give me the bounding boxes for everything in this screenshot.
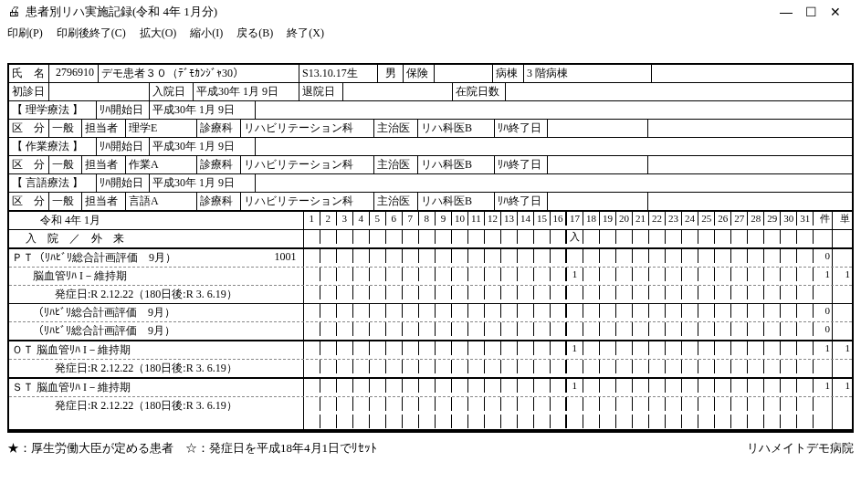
val-los [506, 83, 852, 100]
menu-exit[interactable]: 終了(X) [287, 26, 324, 39]
day-col-4: 4 [353, 212, 370, 226]
val-rend [548, 120, 648, 137]
day-col-28: 28 [748, 212, 764, 226]
maximize-button[interactable]: ☐ [805, 5, 830, 19]
day-col-7: 7 [403, 212, 419, 226]
blank-row [9, 415, 852, 431]
val-ot-staff: 作業A [126, 156, 197, 173]
lbl-st: 【 言語療法 】 [9, 174, 97, 192]
day-col-12: 12 [485, 212, 501, 226]
val-sex: 男 [378, 65, 404, 82]
data-row-r5: （ﾘﾊﾋﾞﾘ総合計画評価 9月）0 [9, 322, 852, 341]
day-col-6: 6 [386, 212, 403, 226]
val-discharge [343, 83, 453, 100]
minimize-button[interactable]: — [780, 5, 805, 19]
day-col-8: 8 [419, 212, 436, 226]
day-col-31: 31 [797, 212, 814, 226]
data-row-r7: 発症日:R 2.12.22（180日後:R 3. 6.19） [9, 360, 852, 379]
row-ot-start: 【 作業療法 】 ﾘﾊ開始日 平成30年 1月 9日 [9, 138, 852, 156]
day-col-20: 20 [616, 212, 633, 226]
val-birth: S13.10.17生 [299, 65, 378, 82]
day-col-24: 24 [682, 212, 698, 226]
data-row-r4: （ﾘﾊﾋﾞﾘ総合計画評価 9月）0 [9, 304, 852, 322]
row-dates: 初診日 入院日 平成30年 1月 9日 退院日 在院日数 [9, 83, 852, 101]
row-name: 氏 名 2796910 デモ患者３０（ﾃﾞﾓｶﾝｼﾞｬ30） S13.10.17… [9, 65, 852, 83]
period-label: 令和 4年 1月 [9, 212, 304, 229]
day-col-11: 11 [468, 212, 485, 226]
day-col-25: 25 [698, 212, 715, 226]
col-tan: 単 [833, 212, 852, 229]
lbl-name: 氏 名 [9, 65, 49, 82]
lbl-dept: 診療科 [197, 120, 241, 137]
val-pt-staff: 理学E [126, 120, 197, 137]
lbl-discharge: 退院日 [299, 83, 343, 100]
calendar-header: 令和 4年 1月 1234567891011121314151617181920… [9, 212, 852, 230]
val-dept: リハビリテーション科 [241, 120, 374, 137]
day-col-18: 18 [583, 212, 600, 226]
col-ken: 件 [814, 212, 833, 229]
row-inout: 入 院 ／ 外 来 入 [9, 230, 852, 249]
day-col-10: 10 [452, 212, 468, 226]
val-st-staff: 言語A [126, 193, 197, 210]
data-row-r2: 脳血管ﾘﾊ I－維持期111 [9, 268, 852, 286]
day-col-22: 22 [649, 212, 666, 226]
day-col-15: 15 [534, 212, 551, 226]
data-row-r3: 発症日:R 2.12.22（180日後:R 3. 6.19） [9, 286, 852, 304]
footer-legend: ★：厚生労働大臣が定める患者 ☆：発症日を平成18年4月1日でﾘｾｯﾄ [7, 440, 747, 457]
menu-back[interactable]: 戻る(B) [236, 26, 273, 39]
day-col-13: 13 [501, 212, 518, 226]
lbl-rend: ﾘﾊ終了日 [495, 120, 548, 137]
day-col-16: 16 [551, 212, 567, 226]
app-icon: 🖨 [7, 5, 20, 19]
menu-print[interactable]: 印刷(P) [7, 26, 43, 39]
menu-zoom-out[interactable]: 縮小(I) [190, 26, 223, 39]
lbl-tantou: 担当者 [82, 120, 126, 137]
menu-zoom-in[interactable]: 拡大(O) [140, 26, 177, 39]
window-titlebar: 🖨 患者別リハ実施記録(令和 4年 1月分) —☐✕ [0, 0, 861, 24]
data-row-r8: ＳＴ 脳血管ﾘﾊ I－維持期111 [9, 379, 852, 397]
lbl-ot-rstart: ﾘﾊ開始日 [97, 138, 150, 155]
day-col-30: 30 [781, 212, 797, 226]
val-kubun: 一般 [49, 120, 82, 137]
lbl-first-visit: 初診日 [9, 83, 49, 100]
lbl-ot: 【 作業療法 】 [9, 138, 97, 155]
report-footer: ★：厚生労働大臣が定める患者 ☆：発症日を平成18年4月1日でﾘｾｯﾄ リハメイ… [0, 436, 861, 464]
lbl-pt: 【 理学療法 】 [9, 101, 97, 119]
val-ot-rstart: 平成30年 1月 9日 [150, 138, 256, 155]
close-button[interactable]: ✕ [830, 5, 854, 19]
val-pid: 2796910 [49, 65, 99, 82]
val-pname: デモ患者３０（ﾃﾞﾓｶﾝｼﾞｬ30） [99, 65, 299, 82]
day-col-1: 1 [304, 212, 320, 226]
day-col-19: 19 [600, 212, 616, 226]
row-pt-start: 【 理学療法 】 ﾘﾊ開始日 平成30年 1月 9日 [9, 101, 852, 120]
lbl-dr: 主治医 [374, 120, 418, 137]
val-insurance [435, 65, 493, 82]
lbl-pt-rstart: ﾘﾊ開始日 [97, 101, 150, 119]
window-title: 患者別リハ実施記録(令和 4年 1月分) [26, 4, 774, 20]
row-st-detail: 区 分 一般 担当者 言語A 診療科 リハビリテーション科 主治医 リハ科医B … [9, 193, 852, 212]
day-col-21: 21 [633, 212, 649, 226]
row-st-start: 【 言語療法 】 ﾘﾊ開始日 平成30年 1月 9日 [9, 174, 852, 193]
day-col-27: 27 [731, 212, 748, 226]
day-col-26: 26 [715, 212, 731, 226]
val-ward: 3 階病棟 [524, 65, 652, 82]
val-first-visit [49, 83, 150, 100]
val-st-rstart: 平成30年 1月 9日 [150, 174, 256, 192]
day-col-2: 2 [320, 212, 337, 226]
lbl-kubun: 区 分 [9, 120, 49, 137]
day-col-29: 29 [764, 212, 781, 226]
lbl-admission: 入院日 [150, 83, 194, 100]
day-col-17: 17 [567, 212, 583, 226]
val-pt-rstart: 平成30年 1月 9日 [150, 101, 256, 119]
lbl-insurance: 保険 [404, 65, 435, 82]
lbl-ward: 病棟 [493, 65, 524, 82]
footer-hospital: リハメイトデモ病院 [747, 440, 854, 457]
day-col-14: 14 [518, 212, 534, 226]
data-row-r1: ＰＴ（ﾘﾊﾋﾞﾘ総合計画評価 9月）10010 [9, 249, 852, 268]
day-col-9: 9 [436, 212, 452, 226]
data-row-r6: ＯＴ 脳血管ﾘﾊ I－維持期111 [9, 341, 852, 360]
menu-print-close[interactable]: 印刷後終了(C) [57, 26, 126, 39]
row-ot-detail: 区 分 一般 担当者 作業A 診療科 リハビリテーション科 主治医 リハ科医B … [9, 156, 852, 174]
val-dr: リハ科医B [418, 120, 495, 137]
report-sheet: 氏 名 2796910 デモ患者３０（ﾃﾞﾓｶﾝｼﾞｬ30） S13.10.17… [7, 63, 854, 433]
